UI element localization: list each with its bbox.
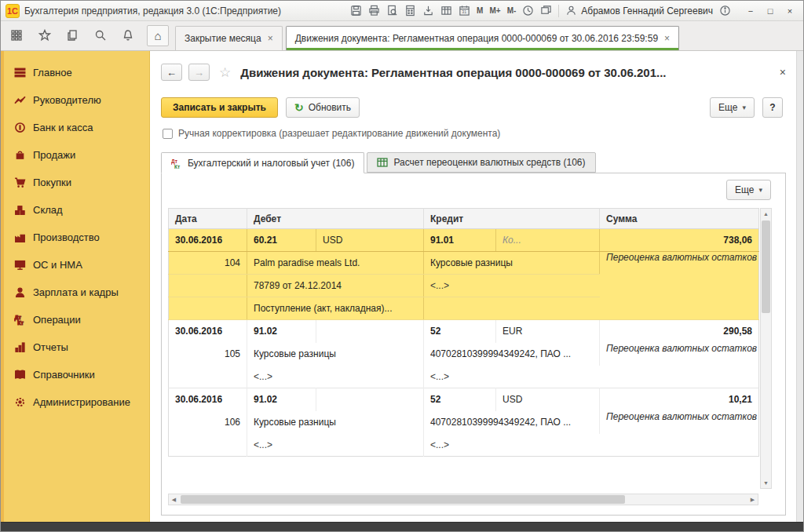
sidebar-item-main[interactable]: Главное [1,59,149,86]
more-button[interactable]: Еще ▾ [710,97,755,118]
nav-back-button[interactable]: ← [161,64,182,81]
user-icon [565,5,577,16]
user-menu[interactable]: Абрамов Геннадий Сергеевич [565,5,713,16]
nav-forward-button[interactable]: → [188,64,210,81]
close-button[interactable]: × [781,4,799,18]
form-close-icon[interactable]: × [780,66,786,78]
register-tabs: ДтКт Бухгалтерский и налоговый учет (106… [161,152,596,173]
status-bar [1,522,803,531]
refresh-button[interactable]: ↻ Обновить [286,97,360,118]
help-button[interactable]: ? [762,97,783,118]
sidebar-item-label: Продажи [33,149,75,161]
app-window: 1С Бухгалтерия предприятия, редакция 3.0… [0,0,804,532]
sidebar-item-reports[interactable]: Отчеты [1,333,149,361]
debit-credit-icon: ДтКт [14,314,26,326]
table-row[interactable]: 30.06.2016 60.21 USD 91.01 Ко... 738,06 [169,229,759,252]
gear-icon [14,396,26,408]
column-header-credit[interactable]: Кредит [424,209,600,229]
calendar-icon[interactable]: 31 [459,5,470,16]
scroll-left-icon[interactable]: ◀ [169,494,179,505]
sidebar-item-production[interactable]: Производство [1,224,149,251]
table-row[interactable]: 105 Курсовые разницы 4070281039999434924… [169,343,759,366]
sidebar-item-label: Справочники [33,369,95,381]
horizontal-scrollbar[interactable]: ◀ ▶ [168,494,758,505]
vertical-scroll-thumb[interactable] [762,220,770,313]
tab-close-icon[interactable]: × [268,33,273,44]
memory-plus-icon[interactable]: M+ [489,6,500,15]
command-bar: Записать и закрыть ↻ Обновить Еще ▾ ? [161,97,783,118]
sidebar-item-sales[interactable]: Продажи [1,141,149,169]
scroll-right-icon[interactable]: ▶ [747,494,758,505]
table-row[interactable]: 104 Palm paradise meals Ltd. Курсовые ра… [169,252,759,275]
home-button[interactable]: ⌂ [147,25,169,46]
print-icon[interactable] [368,5,380,16]
sidebar-item-bank-cash[interactable]: Банк и касса [1,114,149,141]
search-icon[interactable] [94,29,107,42]
column-header-date[interactable]: Дата [169,209,247,229]
info-icon[interactable] [719,5,731,16]
sidebar-item-fixed-assets[interactable]: ОС и НМА [1,251,149,279]
chevron-down-icon: ▾ [758,186,762,194]
1c-logo: 1С [5,4,20,18]
history-icon[interactable] [522,5,534,16]
title-bar: 1С Бухгалтерия предприятия, редакция 3.0… [1,1,803,21]
main-section-icon [14,67,26,78]
save-icon[interactable] [350,5,362,16]
tab-bar: ⌂ Закрытие месяца × Движения документа: … [1,21,803,51]
sidebar-item-operations[interactable]: ДтКт Операции [1,306,149,333]
copy-icon[interactable] [66,29,79,42]
sidebar-item-administration[interactable]: Администрирование [1,388,149,416]
tab-month-closing[interactable]: Закрытие месяца × [175,26,283,50]
more-label: Еще [718,102,737,113]
manual-adjustment-label: Ручная корректировка (разрешает редактир… [178,128,500,139]
column-header-debit[interactable]: Дебет [247,209,424,229]
tab-currency-revaluation-register[interactable]: Расчет переоценки валютных средств (106) [367,152,595,173]
sidebar-item-manager[interactable]: Руководителю [1,86,149,114]
refresh-label: Обновить [309,102,351,113]
sidebar-item-purchases[interactable]: Покупки [1,169,149,196]
notifications-bell-icon[interactable] [122,29,134,42]
sidebar-item-warehouse[interactable]: Склад [1,196,149,224]
boxes-icon [14,204,26,216]
tab-close-icon[interactable]: × [664,33,670,44]
sidebar-item-label: Производство [33,231,100,243]
favorites-star-icon[interactable] [38,29,51,42]
table-more-label: Еще [735,184,754,195]
scroll-down-icon[interactable]: ▼ [761,478,771,488]
sidebar-item-label: Покупки [33,177,71,188]
memory-icon[interactable]: M [477,6,483,15]
horizontal-scroll-thumb[interactable] [181,495,625,504]
minimize-button[interactable]: − [742,4,759,18]
forward-icon: → [194,67,204,78]
tab-document-movements[interactable]: Движения документа: Регламентная операци… [286,26,679,50]
windows-icon[interactable] [540,5,552,16]
titlebar-toolbar: 31 M M+ M- Абрамов Геннадий Сергеевич − … [350,4,799,18]
memory-minus-icon[interactable]: M- [507,6,517,15]
sidebar-item-label: Зарплата и кадры [33,286,119,298]
table-row[interactable]: 106 Курсовые разницы 4070281039999434924… [169,411,759,434]
table-more-button[interactable]: Еще ▾ [726,180,771,200]
print-preview-icon[interactable] [386,5,398,16]
debit-credit-icon: ДтКт [171,158,182,169]
svg-text:Кт: Кт [17,320,24,326]
chevron-down-icon: ▾ [742,104,746,111]
vertical-scrollbar[interactable]: ▲ ▼ [760,208,772,489]
register-tab-label: Бухгалтерский и налоговый учет (106) [188,158,354,169]
table-row[interactable]: 30.06.2016 91.02 52 EUR 290,58 [169,320,759,343]
export-icon[interactable] [422,5,434,16]
scroll-up-icon[interactable]: ▲ [761,209,771,219]
sidebar-item-payroll-hr[interactable]: Зарплата и кадры [1,279,149,306]
spreadsheet-icon[interactable] [440,5,452,16]
favorite-star-icon[interactable]: ☆ [219,64,231,81]
sidebar-item-label: Администрирование [33,396,130,408]
maximize-button[interactable]: □ [762,4,779,18]
main-menu-icon[interactable] [10,29,23,42]
sidebar-item-directories[interactable]: Справочники [1,361,149,388]
manual-adjustment-checkbox[interactable] [163,129,173,139]
column-header-amount[interactable]: Сумма [600,209,759,229]
save-and-close-button[interactable]: Записать и закрыть [161,97,278,118]
calculator-icon[interactable] [404,5,416,16]
tab-accounting-register[interactable]: ДтКт Бухгалтерский и налоговый учет (106… [161,152,364,173]
table-row[interactable]: 30.06.2016 91.02 52 USD 10,21 [169,388,759,411]
person-icon [14,286,26,298]
